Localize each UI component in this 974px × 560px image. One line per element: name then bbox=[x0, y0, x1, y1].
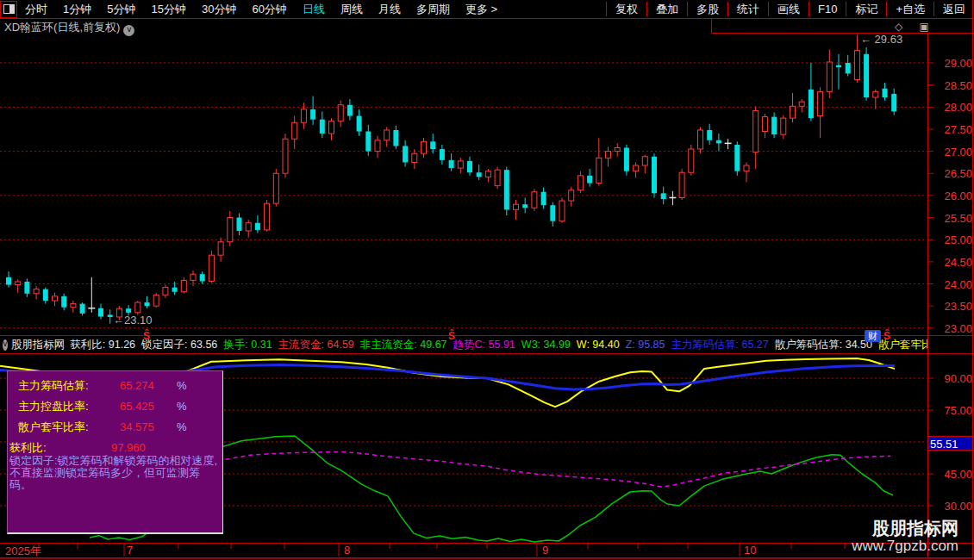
price-axis-label: 27.00 bbox=[933, 146, 972, 159]
sell-signal-marker: Ŝ bbox=[881, 330, 893, 342]
watermark-url: www.7gpzb.com bbox=[821, 538, 958, 555]
watermark-brand: 股朋指标网 bbox=[829, 517, 958, 540]
month-label: 7 bbox=[127, 544, 133, 557]
price-axis-label: 23.00 bbox=[933, 322, 972, 335]
tooltip-row: 主力控盘比率:65.425% bbox=[8, 400, 222, 413]
tooltip-row: 散户套牢比率:34.575% bbox=[8, 420, 222, 433]
indicator-axis-label: 45.00 bbox=[933, 468, 972, 481]
price-axis-label: 25.00 bbox=[933, 233, 972, 246]
month-label: 9 bbox=[542, 544, 548, 557]
price-axis-label: 26.50 bbox=[933, 167, 972, 180]
high-annotation: ← 29.63 bbox=[860, 33, 902, 46]
axis-divider bbox=[927, 33, 928, 557]
indicator-axis-label: 30.00 bbox=[933, 500, 972, 513]
pane-separator bbox=[0, 353, 974, 354]
indicator-value-主力筹码估算: 主力筹码估算: 65.27 bbox=[671, 338, 769, 352]
indicator-value-W3: W3: 34.99 bbox=[521, 339, 571, 351]
indicator-value-趋势C: 趋势C: 55.91 bbox=[453, 338, 515, 352]
indicator-axis-label: 75.00 bbox=[933, 404, 972, 417]
indicator-value-获利比: 获利比: 91.26 bbox=[70, 338, 135, 352]
tooltip-description: 锁定因子:锁定筹码和解锁筹码的相对速度,不直接监测锁定筹码多少，但可监测筹码。 bbox=[9, 455, 221, 491]
indicator-value-非主流资金: 非主流资金: 49.67 bbox=[360, 338, 447, 352]
price-axis-label: 28.50 bbox=[933, 79, 972, 92]
window-border bbox=[0, 558, 974, 559]
trading-app-window: 分时1分钟5分钟15分钟30分钟60分钟日线周线月线多周期更多 > 复权叠加多股… bbox=[0, 0, 974, 560]
tooltip-row: 获利比:97.960 bbox=[8, 441, 222, 454]
indicator-param-bar: ˅ 股朋指标网 获利比: 91.26锁定因子: 63.56换手: 0.31主流资… bbox=[0, 336, 927, 353]
price-axis-label: 26.00 bbox=[933, 190, 972, 202]
sell-signal-marker: Ŝ bbox=[446, 330, 458, 342]
indicator-axis-label: 90.00 bbox=[933, 372, 972, 385]
indicator-value-锁定因子: 锁定因子: 63.56 bbox=[141, 338, 217, 352]
window-border bbox=[972, 0, 973, 559]
indicator-tooltip: 主力筹码估算:65.274%主力控盘比率:65.425%散户套牢比率:34.57… bbox=[7, 370, 223, 534]
indicator-value-badge: 55.51 bbox=[928, 436, 972, 451]
year-label: 2025年 bbox=[5, 544, 41, 559]
price-axis-label: 29.00 bbox=[933, 57, 972, 70]
month-label: 8 bbox=[344, 544, 350, 557]
sell-signal-marker: Ŝ bbox=[140, 330, 153, 342]
price-axis-label: 24.00 bbox=[933, 278, 972, 291]
month-label: 10 bbox=[744, 544, 756, 557]
indicator-value-散户筹码估算: 散户筹码估算: 34.50 bbox=[775, 338, 872, 352]
indicator-source: 股朋指标网 bbox=[11, 338, 66, 352]
indicator-value-主流资金: 主流资金: 64.59 bbox=[278, 338, 354, 352]
tooltip-row: 主力筹码估算:65.274% bbox=[8, 379, 222, 392]
low-annotation: ←23.10 bbox=[113, 314, 153, 327]
price-axis-label: 28.00 bbox=[933, 101, 972, 114]
indicator-value-Z: Z: 95.85 bbox=[626, 339, 665, 351]
indicator-value-W: W: 94.40 bbox=[577, 339, 620, 351]
price-axis-label: 25.50 bbox=[933, 212, 972, 225]
price-axis-label: 27.50 bbox=[933, 123, 972, 136]
chevron-circle-icon[interactable]: ˅ bbox=[3, 339, 8, 351]
price-axis-label: 23.50 bbox=[933, 300, 972, 313]
finance-badge[interactable]: 财 bbox=[865, 330, 881, 342]
price-axis-label: 24.50 bbox=[933, 256, 972, 269]
indicator-value-换手: 换手: 0.31 bbox=[223, 338, 272, 352]
